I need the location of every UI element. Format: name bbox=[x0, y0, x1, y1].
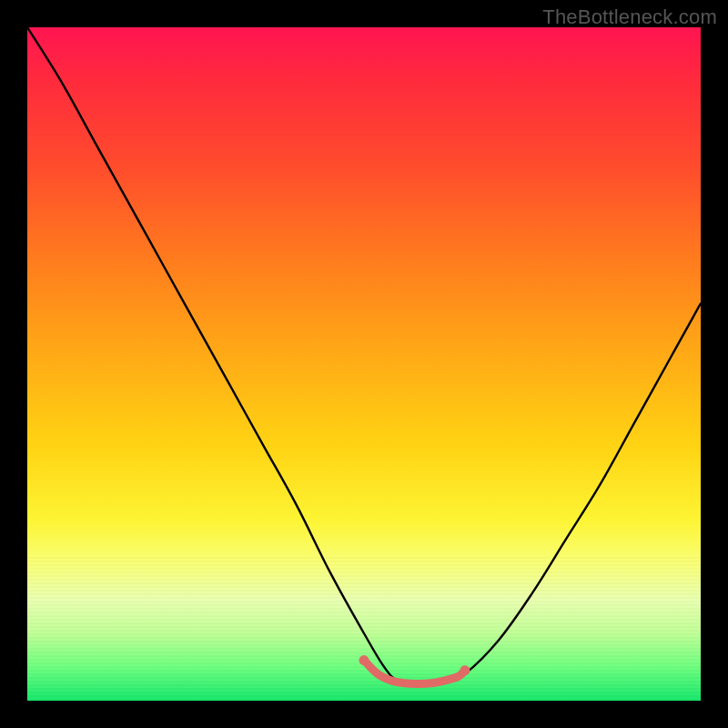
plot-area bbox=[27, 27, 701, 701]
bottleneck-curve-path bbox=[27, 27, 701, 684]
valley-dot-right bbox=[460, 665, 470, 675]
valley-marker-path bbox=[364, 661, 465, 684]
curve-svg bbox=[27, 27, 701, 701]
chart-frame: TheBottleneck.com bbox=[0, 0, 728, 728]
valley-dot-left bbox=[359, 655, 369, 665]
watermark-text: TheBottleneck.com bbox=[542, 5, 717, 29]
